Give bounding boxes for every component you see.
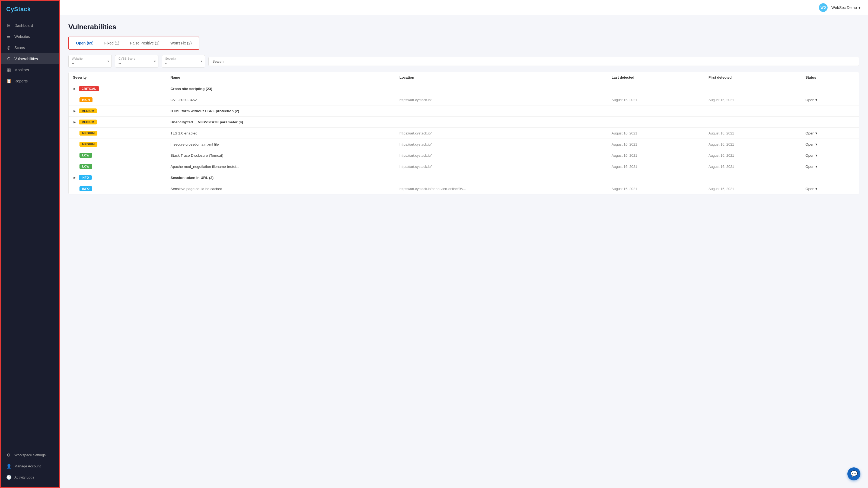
sidebar: CyStack ⊞ Dashboard ☰ Websites ◎ Scans ⊙… xyxy=(0,0,60,488)
tab-false-positive[interactable]: False Positive (1) xyxy=(125,39,164,47)
severity-filter-value: -- xyxy=(165,61,167,65)
col-status: Status xyxy=(801,72,859,83)
website-filter-wrapper: Website -- ▾ xyxy=(68,55,112,67)
table-row[interactable]: MEDIUM Insecure crossdomain.xml file htt… xyxy=(69,139,859,150)
cell-severity: ▶ CRITICAL xyxy=(69,83,166,94)
chat-button[interactable]: 💬 xyxy=(847,467,860,480)
cell-first-detected: August 16, 2021 xyxy=(704,161,801,172)
website-filter-value: -- xyxy=(72,61,74,65)
cell-location xyxy=(395,117,607,128)
expand-button[interactable]: ▶ xyxy=(73,109,76,113)
cell-severity: INFO xyxy=(69,183,166,194)
vulnerabilities-icon: ⊙ xyxy=(6,56,11,61)
cell-location: https://art.cystack.io/ xyxy=(395,150,607,161)
cell-status xyxy=(801,172,859,183)
sidebar-item-label: Websites xyxy=(14,34,30,39)
table-row[interactable]: LOW Apache mod_negotiation filename brut… xyxy=(69,161,859,172)
activity-logs-icon: 🕐 xyxy=(6,475,11,480)
tab-open[interactable]: Open (69) xyxy=(71,39,98,47)
severity-badge: HIGH xyxy=(80,97,93,102)
table-row[interactable]: INFO Sensitive page could be cached http… xyxy=(69,183,859,194)
table-row[interactable]: HIGH CVE-2020-3452 https://art.cystack.i… xyxy=(69,94,859,105)
search-input[interactable] xyxy=(208,57,859,66)
severity-badge: LOW xyxy=(80,153,92,158)
cell-status[interactable]: Open ▾ xyxy=(801,128,859,139)
table-header-row: Severity Name Location Last detected Fir… xyxy=(69,72,859,83)
user-menu[interactable]: WD WebSec Demo ▾ xyxy=(819,3,860,12)
sidebar-item-websites[interactable]: ☰ Websites xyxy=(1,31,59,42)
cell-status[interactable]: Open ▾ xyxy=(801,161,859,172)
sidebar-item-activity-logs[interactable]: 🕐 Activity Logs xyxy=(1,472,59,483)
cell-status xyxy=(801,117,859,128)
cell-first-detected: August 16, 2021 xyxy=(704,128,801,139)
status-badge[interactable]: Open ▾ xyxy=(805,154,817,158)
table-row[interactable]: LOW Stack Trace Disclosure (Tomcat) http… xyxy=(69,150,859,161)
sidebar-item-manage-account[interactable]: 👤 Manage Account xyxy=(1,461,59,472)
status-badge[interactable]: Open ▾ xyxy=(805,131,817,135)
cell-first-detected: August 16, 2021 xyxy=(704,94,801,105)
cell-last-detected: August 16, 2021 xyxy=(607,150,704,161)
col-severity: Severity xyxy=(69,72,166,83)
cell-first-detected: August 16, 2021 xyxy=(704,139,801,150)
cvss-filter-label: CVSS Score xyxy=(119,57,150,60)
sidebar-item-dashboard[interactable]: ⊞ Dashboard xyxy=(1,20,59,31)
status-badge[interactable]: Open ▾ xyxy=(805,98,817,102)
chevron-down-icon: ▾ xyxy=(859,5,860,10)
sidebar-item-reports[interactable]: 📋 Reports xyxy=(1,75,59,87)
severity-badge: LOW xyxy=(80,164,92,169)
cell-status[interactable]: Open ▾ xyxy=(801,139,859,150)
table-row[interactable]: ▶ CRITICAL Cross site scripting (23) xyxy=(69,83,859,94)
cell-location: https://art.cystack.io/benh-vien-online/… xyxy=(395,183,607,194)
table-row[interactable]: ▶ INFO Session token in URL (2) xyxy=(69,172,859,183)
sidebar-item-label: Vulnerabilities xyxy=(14,57,38,61)
table-row[interactable]: ▶ MEDIUM Unencrypted __VIEWSTATE paramet… xyxy=(69,117,859,128)
monitors-icon: ▦ xyxy=(6,67,11,72)
cell-severity: ▶ MEDIUM xyxy=(69,105,166,117)
cell-status xyxy=(801,83,859,94)
sidebar-item-label: Dashboard xyxy=(14,23,33,28)
tab-fixed[interactable]: Fixed (1) xyxy=(99,39,124,47)
table-row[interactable]: MEDIUM TLS 1.0 enabled https://art.cysta… xyxy=(69,128,859,139)
cell-first-detected xyxy=(704,105,801,117)
col-last-detected: Last detected xyxy=(607,72,704,83)
status-badge[interactable]: Open ▾ xyxy=(805,187,817,191)
cell-name: Apache mod_negotiation filename brutef..… xyxy=(166,161,395,172)
tab-wont-fix[interactable]: Won't Fix (2) xyxy=(165,39,197,47)
cell-status[interactable]: Open ▾ xyxy=(801,150,859,161)
expand-button[interactable]: ▶ xyxy=(73,120,76,124)
workspace-settings-icon: ⚙ xyxy=(6,453,11,458)
severity-badge: MEDIUM xyxy=(80,131,97,135)
page-title: Vulnerabilities xyxy=(68,23,859,31)
cell-last-detected: August 16, 2021 xyxy=(607,94,704,105)
cell-last-detected xyxy=(607,83,704,94)
cell-first-detected xyxy=(704,83,801,94)
severity-filter[interactable]: Severity -- xyxy=(162,55,205,67)
sidebar-bottom: ⚙ Workspace Settings 👤 Manage Account 🕐 … xyxy=(1,446,59,487)
expand-button[interactable]: ▶ xyxy=(73,175,76,180)
sidebar-item-vulnerabilities[interactable]: ⊙ Vulnerabilities xyxy=(1,53,59,64)
filters-bar: Website -- ▾ CVSS Score -- ▾ Severity --… xyxy=(68,55,859,67)
cvss-score-filter[interactable]: CVSS Score -- xyxy=(115,55,158,67)
sidebar-item-workspace-settings[interactable]: ⚙ Workspace Settings xyxy=(1,450,59,461)
website-filter[interactable]: Website -- xyxy=(68,55,112,67)
cell-last-detected: August 16, 2021 xyxy=(607,161,704,172)
cell-status[interactable]: Open ▾ xyxy=(801,94,859,105)
expand-button[interactable]: ▶ xyxy=(73,87,76,91)
table-row[interactable]: ▶ MEDIUM HTML form without CSRF protecti… xyxy=(69,105,859,117)
cell-severity: ▶ MEDIUM xyxy=(69,117,166,128)
cell-status[interactable]: Open ▾ xyxy=(801,183,859,194)
sidebar-item-monitors[interactable]: ▦ Monitors xyxy=(1,64,59,75)
status-badge[interactable]: Open ▾ xyxy=(805,142,817,147)
scans-icon: ◎ xyxy=(6,45,11,50)
app-logo: CyStack xyxy=(1,1,59,18)
cell-name: Unencrypted __VIEWSTATE parameter (4) xyxy=(166,117,395,128)
severity-filter-label: Severity xyxy=(165,57,197,60)
sidebar-item-scans[interactable]: ◎ Scans xyxy=(1,42,59,53)
cell-last-detected: August 16, 2021 xyxy=(607,139,704,150)
reports-icon: 📋 xyxy=(6,78,11,84)
col-location: Location xyxy=(395,72,607,83)
status-badge[interactable]: Open ▾ xyxy=(805,165,817,169)
cell-first-detected xyxy=(704,172,801,183)
severity-badge: MEDIUM xyxy=(79,108,97,113)
chat-icon: 💬 xyxy=(850,470,858,478)
